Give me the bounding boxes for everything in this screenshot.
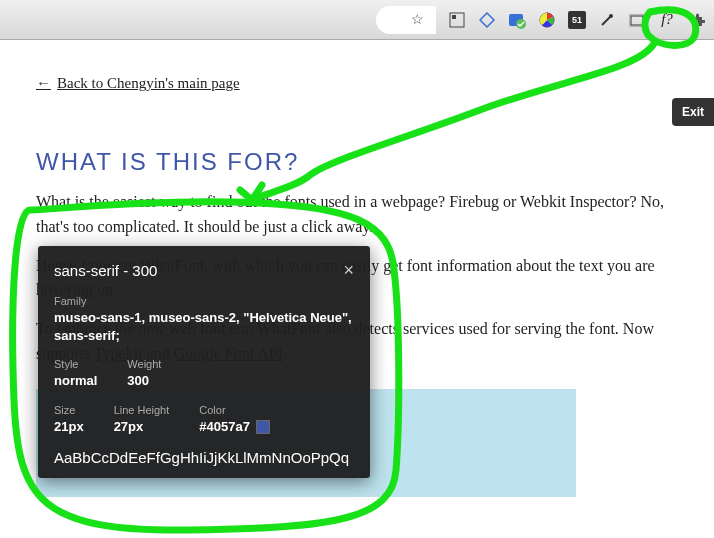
weight-value: 300 [127,372,161,390]
svg-rect-1 [452,15,456,19]
weight-label: Weight [127,358,161,370]
ext-icon-wand[interactable] [598,11,616,29]
browser-toolbar: ☆ 51 f? [0,0,714,40]
ext-icon-colorwheel[interactable] [538,11,556,29]
back-arrow-icon: ← [36,75,51,92]
back-link-text: Back to Chengyin's main page [57,75,240,92]
size-value: 21px [54,418,84,436]
whatfont-tooltip: sans-serif - 300 × Family museo-sans-1, … [38,246,370,478]
family-label: Family [54,295,354,307]
svg-rect-9 [630,15,644,26]
style-value: normal [54,372,97,390]
color-label: Color [199,404,270,416]
ext-icon-screenshot[interactable] [628,11,646,29]
back-link[interactable]: ← Back to Chengyin's main page [36,75,240,92]
ext-icon-1[interactable] [448,11,466,29]
color-swatch [256,420,270,434]
ext-icon-calendar[interactable]: 51 [568,11,586,29]
font-sample: AaBbCcDdEeFfGgHhIiJjKkLlMmNnOoPpQq [54,449,354,466]
section-heading: WHAT IS THIS FOR? [36,148,678,176]
extensions-puzzle-icon[interactable] [688,11,706,29]
svg-marker-2 [480,13,494,27]
size-label: Size [54,404,84,416]
svg-point-7 [609,14,613,18]
paragraph-1: What is the easiest way to find out the … [36,190,678,240]
tooltip-title: sans-serif - 300 [54,262,157,279]
color-value: #4057a7 [199,418,270,436]
lineheight-label: Line Height [114,404,170,416]
style-label: Style [54,358,97,370]
star-icon[interactable]: ☆ [408,11,426,29]
svg-rect-8 [631,16,643,25]
svg-line-6 [602,17,610,25]
tooltip-close-icon[interactable]: × [343,260,354,281]
ext-icon-3[interactable] [508,11,526,29]
omnibox-end[interactable]: ☆ [376,6,436,34]
whatfont-extension-icon[interactable]: f? [658,11,676,29]
lineheight-value: 27px [114,418,170,436]
ext-icon-2[interactable] [478,11,496,29]
family-value: museo-sans-1, museo-sans-2, "Helvetica N… [54,309,354,344]
